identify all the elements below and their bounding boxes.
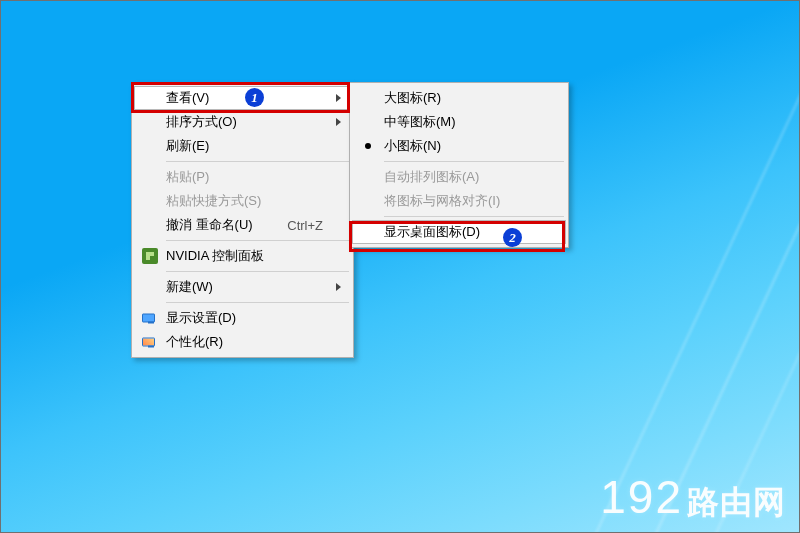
menu-separator: [166, 240, 349, 241]
submenu-arrow-icon: [336, 118, 341, 126]
menu-label: NVIDIA 控制面板: [166, 247, 323, 265]
menu-label: 刷新(E): [166, 137, 323, 155]
menu-separator: [166, 271, 349, 272]
menu-item-auto-arrange[interactable]: 自动排列图标(A): [352, 165, 566, 189]
menu-item-sort[interactable]: 排序方式(O): [134, 110, 351, 134]
watermark: 192 路由网: [600, 470, 786, 525]
menu-item-show-desktop-icons[interactable]: 显示桌面图标(D): [352, 220, 566, 244]
light-ray: [660, 16, 800, 533]
menu-label: 显示设置(D): [166, 309, 323, 327]
menu-label: 个性化(R): [166, 333, 323, 351]
windows-desktop[interactable]: 查看(V) 排序方式(O) 刷新(E) 粘贴(P) 粘贴快捷方式(S) 撤消 重…: [0, 0, 800, 533]
nvidia-icon: [142, 248, 158, 264]
menu-label: 新建(W): [166, 278, 323, 296]
menu-label: 将图标与网格对齐(I): [384, 192, 538, 210]
menu-item-align-to-grid[interactable]: 将图标与网格对齐(I): [352, 189, 566, 213]
menu-separator: [384, 161, 564, 162]
menu-item-paste: 粘贴(P): [134, 165, 351, 189]
menu-item-personalize[interactable]: 个性化(R): [134, 330, 351, 354]
image-border: [0, 0, 800, 533]
menu-label: 排序方式(O): [166, 113, 323, 131]
desktop-context-menu: 查看(V) 排序方式(O) 刷新(E) 粘贴(P) 粘贴快捷方式(S) 撤消 重…: [131, 82, 354, 358]
menu-label: 粘贴(P): [166, 168, 323, 186]
bullet-icon: [360, 138, 376, 154]
menu-label: 小图标(N): [384, 137, 538, 155]
watermark-number: 192: [600, 470, 683, 524]
menu-item-new[interactable]: 新建(W): [134, 275, 351, 299]
menu-shortcut: Ctrl+Z: [287, 218, 323, 233]
menu-item-paste-shortcut: 粘贴快捷方式(S): [134, 189, 351, 213]
annotation-badge-2: 2: [503, 228, 522, 247]
monitor-icon: [142, 314, 155, 323]
submenu-arrow-icon: [336, 283, 341, 291]
menu-label: 撤消 重命名(U): [166, 216, 275, 234]
menu-separator: [166, 161, 349, 162]
menu-item-undo-rename[interactable]: 撤消 重命名(U) Ctrl+Z: [134, 213, 351, 237]
menu-item-view[interactable]: 查看(V): [134, 86, 351, 110]
menu-item-nvidia[interactable]: NVIDIA 控制面板: [134, 244, 351, 268]
menu-item-large-icons[interactable]: 大图标(R): [352, 86, 566, 110]
menu-item-medium-icons[interactable]: 中等图标(M): [352, 110, 566, 134]
menu-item-refresh[interactable]: 刷新(E): [134, 134, 351, 158]
menu-item-small-icons[interactable]: 小图标(N): [352, 134, 566, 158]
light-ray: [540, 16, 800, 533]
menu-item-display-settings[interactable]: 显示设置(D): [134, 306, 351, 330]
view-submenu: 大图标(R) 中等图标(M) 小图标(N) 自动排列图标(A) 将图标与网格对齐…: [349, 82, 569, 248]
menu-label: 大图标(R): [384, 89, 538, 107]
watermark-text: 路由网: [687, 481, 786, 525]
menu-separator: [384, 216, 564, 217]
submenu-arrow-icon: [336, 94, 341, 102]
menu-separator: [166, 302, 349, 303]
menu-label: 自动排列图标(A): [384, 168, 538, 186]
annotation-badge-1: 1: [245, 88, 264, 107]
personalize-icon: [142, 338, 155, 347]
menu-label: 中等图标(M): [384, 113, 538, 131]
menu-label: 粘贴快捷方式(S): [166, 192, 323, 210]
